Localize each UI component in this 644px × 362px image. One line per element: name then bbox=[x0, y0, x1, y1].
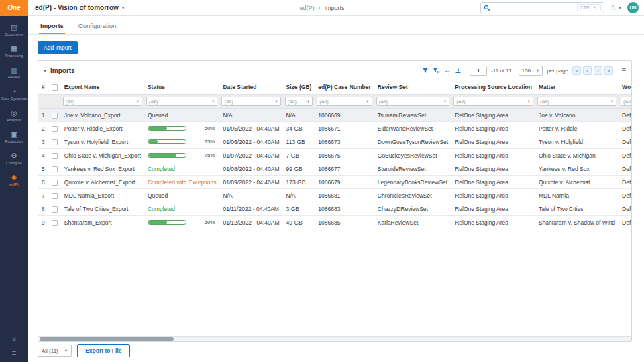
progress-percent-label: 75% bbox=[204, 152, 216, 158]
horizontal-scrollbar-thumb[interactable] bbox=[40, 337, 174, 341]
clear-filters-icon[interactable] bbox=[433, 67, 440, 74]
review-set-cell: LegendaryBooksReviewSet bbox=[374, 176, 451, 189]
filter-select-size[interactable]: (All)▼ bbox=[285, 97, 313, 106]
source-location-cell: RelOne Staging Area bbox=[451, 216, 535, 229]
row-number-cell: 2 bbox=[38, 122, 48, 135]
filter-toggle-icon[interactable] bbox=[422, 67, 429, 74]
filter-select-export_name[interactable]: (All)▼ bbox=[63, 97, 142, 106]
table-row[interactable]: 9 Shantaram_Export 50% 01/12/2022 - 04:4… bbox=[38, 216, 631, 229]
filter-select-case_number[interactable]: (All)▼ bbox=[317, 97, 372, 106]
filter-select-source_location[interactable]: (All)▼ bbox=[453, 97, 533, 106]
select-all-checkbox[interactable] bbox=[52, 84, 58, 90]
row-number-cell: 3 bbox=[38, 135, 48, 149]
add-import-button[interactable]: Add Import bbox=[38, 41, 78, 54]
previous-page-button[interactable]: ‹ bbox=[583, 66, 592, 75]
sidebar-item-processing[interactable]: ▦ Processing bbox=[0, 40, 28, 62]
chevron-down-icon: ▼ bbox=[527, 99, 530, 103]
table-row[interactable]: 7 MDL Narnia_Export Queued N/A N/A 10866… bbox=[38, 189, 631, 202]
export-list-icon[interactable] bbox=[455, 67, 462, 74]
sidebar-item-documents[interactable]: ▤ Documents bbox=[0, 19, 28, 40]
row-checkbox[interactable] bbox=[52, 139, 58, 145]
search-input[interactable] bbox=[493, 5, 574, 11]
column-header-size[interactable]: Size (GB) bbox=[283, 80, 315, 95]
column-header-matter[interactable]: Matter bbox=[535, 80, 619, 95]
row-checkbox[interactable] bbox=[52, 153, 58, 159]
relativity-one-logo[interactable]: One bbox=[0, 0, 28, 16]
row-checkbox[interactable] bbox=[52, 166, 58, 172]
export-to-file-button[interactable]: Export to File bbox=[77, 344, 129, 357]
table-row[interactable]: 8 Tale of Two Cities_Export Completed 01… bbox=[38, 202, 631, 216]
column-header-date_started[interactable]: Date Started bbox=[219, 80, 282, 95]
row-checkbox[interactable] bbox=[52, 180, 58, 186]
sidebar-item-label: Processing bbox=[5, 54, 23, 58]
page-number-input[interactable] bbox=[470, 66, 487, 76]
filter-select-date_started[interactable]: (All)▼ bbox=[221, 97, 280, 106]
favorites-dropdown[interactable]: ☆ ▼ bbox=[610, 3, 622, 12]
filter-select-matter[interactable]: (All)▼ bbox=[537, 97, 616, 106]
user-avatar[interactable]: UN bbox=[627, 2, 639, 13]
horizontal-scrollbar[interactable] bbox=[38, 336, 631, 341]
table-row[interactable]: 1 Joe v. Volcano_Export Queued N/A N/A 1… bbox=[38, 109, 631, 122]
source-location-cell: RelOne Staging Area bbox=[451, 176, 535, 189]
progress-bar bbox=[148, 126, 186, 131]
column-header-num[interactable]: # bbox=[38, 80, 48, 95]
row-checkbox[interactable] bbox=[52, 113, 58, 119]
status-progress: 25% bbox=[148, 139, 217, 145]
tab-imports[interactable]: Imports bbox=[39, 18, 65, 34]
row-checkbox-cell bbox=[48, 162, 61, 176]
column-header-case_number[interactable]: ed(P) Case Number bbox=[315, 80, 374, 95]
panel-header: ▾ Imports ↔ -11 of 11 100 ▼ p bbox=[38, 61, 631, 80]
global-search[interactable]: CTRL + / bbox=[480, 2, 604, 13]
collapse-panel-icon[interactable]: ▾ bbox=[44, 68, 46, 74]
next-page-button[interactable]: › bbox=[594, 66, 602, 75]
filter-select-status[interactable]: (All)▼ bbox=[146, 97, 218, 106]
matter-cell: MDL Narnia bbox=[535, 189, 619, 202]
sidebar-nav: ▤ Documents ▦ Processing ▥ Review ◔ Case… bbox=[0, 16, 28, 362]
review-set-cell: ChazzyDReviewSet bbox=[374, 202, 451, 216]
table-row[interactable]: 4 Ohio State v. Michigan_Export 75% 01/0… bbox=[38, 149, 631, 162]
column-header-review_set[interactable]: Review Set bbox=[374, 80, 451, 95]
row-checkbox[interactable] bbox=[52, 206, 58, 213]
workspace-cell: Default Workspace bbox=[619, 135, 631, 149]
collapse-sidebar-icon[interactable]: « bbox=[12, 335, 16, 343]
table-row[interactable]: 5 Yankees v. Red Sox_Export Completed 01… bbox=[38, 162, 631, 176]
row-checkbox[interactable] bbox=[52, 193, 58, 199]
sidebar-menu-icon[interactable]: ≡ bbox=[12, 349, 16, 357]
matter-cell: Yankees v. Red Sox bbox=[535, 162, 619, 176]
row-checkbox[interactable] bbox=[52, 220, 58, 226]
column-header-source_location[interactable]: Processing Source Location bbox=[451, 80, 535, 95]
table-row[interactable]: 6 Quixote v. Alchemist_Export Completed … bbox=[38, 176, 631, 189]
export-name-cell: Yankees v. Red Sox_Export bbox=[61, 162, 144, 176]
row-number-cell: 7 bbox=[38, 189, 48, 202]
table-row[interactable]: 2 Potter v. Riddle_Export 50% 01/05/2022… bbox=[38, 122, 631, 135]
resize-columns-icon[interactable]: ↔ bbox=[444, 67, 451, 74]
tab-configuration[interactable]: Configuration bbox=[77, 18, 118, 34]
size-cell: N/A bbox=[283, 109, 315, 122]
workspace-title-dropdown[interactable]: ed(P) - Vision of tomorrow ▼ bbox=[35, 4, 125, 11]
sidebar-item-review[interactable]: ▥ Review bbox=[0, 62, 28, 83]
sidebar-item-configure[interactable]: ⚙ Configure bbox=[0, 147, 28, 169]
sidebar-item-analytics[interactable]: ◎ Analytics bbox=[0, 105, 28, 126]
column-header-export_name[interactable]: Export Name bbox=[61, 80, 144, 95]
page-size-select[interactable]: 100 ▼ bbox=[519, 66, 543, 76]
row-checkbox[interactable] bbox=[52, 126, 58, 132]
sidebar-item-edp[interactable]: ◈ ed(P) bbox=[0, 169, 28, 190]
review-set-cell: GoBuckeyesReviewSet bbox=[374, 149, 451, 162]
breadcrumb-parent[interactable]: ed(P) bbox=[299, 5, 314, 11]
mass-operation-scope-select[interactable]: All (11) ▼ bbox=[38, 345, 72, 357]
sidebar-item-production[interactable]: ▣ Production bbox=[0, 126, 28, 147]
grid-menu-icon[interactable]: ≡ bbox=[621, 66, 626, 75]
sidebar-item-label: Case Dynamics bbox=[1, 97, 28, 101]
sidebar-item-case-dynamics[interactable]: ◔ Case Dynamics bbox=[0, 83, 28, 105]
chevron-down-icon: ▼ bbox=[274, 99, 278, 103]
first-page-button[interactable]: « bbox=[572, 66, 581, 75]
column-header-workspace[interactable]: Workspace bbox=[619, 80, 631, 95]
status-progress: 50% bbox=[148, 219, 217, 225]
size-cell: 7 GB bbox=[283, 149, 315, 162]
column-header-status[interactable]: Status bbox=[144, 80, 220, 95]
last-page-button[interactable]: » bbox=[604, 66, 613, 75]
filter-select-workspace[interactable]: (All)▼ bbox=[621, 97, 631, 106]
table-filter-row: (All)▼(All)▼(All)▼(All)▼(All)▼(All)▼(All… bbox=[38, 95, 631, 109]
filter-select-review_set[interactable]: (All)▼ bbox=[376, 97, 449, 106]
table-row[interactable]: 3 Tyson v. Holyfield_Export 25% 01/06/20… bbox=[38, 135, 631, 149]
